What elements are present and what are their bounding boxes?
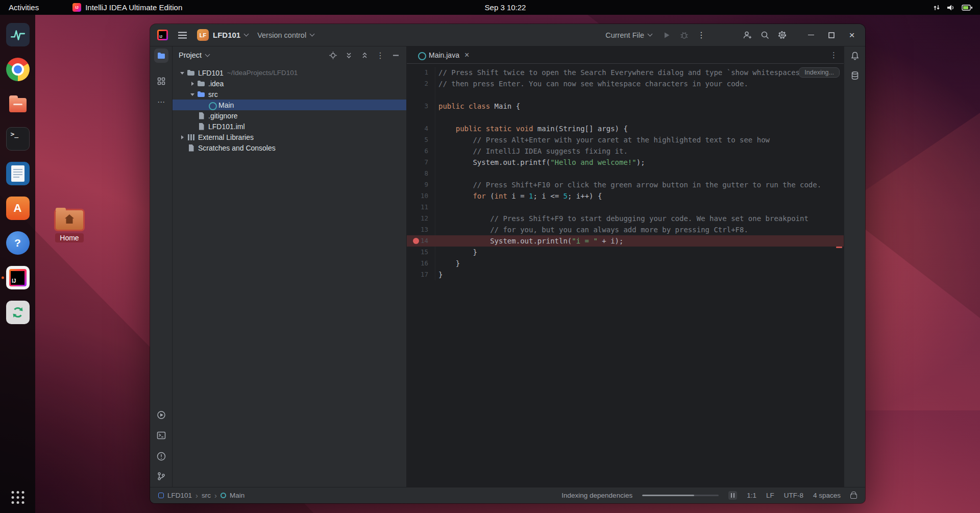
project-panel-header[interactable]: Project ⋮ [173, 46, 406, 64]
line-number[interactable]: 16 [407, 258, 435, 269]
database-tool-button[interactable] [848, 68, 862, 83]
line-number[interactable]: 9 [407, 179, 435, 190]
debug-button[interactable] [675, 28, 693, 43]
tree-item-lfd101-iml[interactable]: LFD101.iml [173, 121, 406, 132]
code-text[interactable]: } [435, 258, 460, 269]
code-text[interactable]: public static void main(String[] args) { [435, 123, 628, 134]
code-text[interactable]: // IntelliJ IDEA suggests fixing it. [435, 145, 628, 157]
collapse-all-icon[interactable] [360, 51, 369, 60]
line-number[interactable]: 5 [407, 134, 435, 145]
breadcrumb-src[interactable]: src [202, 492, 211, 499]
breakpoint-dot[interactable] [413, 238, 419, 244]
code-text[interactable] [435, 89, 438, 101]
minimize-button[interactable] [801, 28, 821, 43]
focused-app-indicator[interactable]: IJ IntelliJ IDEA Ultimate Edition [72, 3, 182, 12]
vcs-widget[interactable]: Version control [257, 31, 314, 39]
code-line-breakpoint[interactable]: 14 System.out.println("i = " + i); [407, 235, 844, 247]
code-line[interactable] [407, 112, 844, 123]
chrome-browser-dock-item[interactable] [6, 58, 30, 81]
code-with-me-button[interactable] [739, 28, 756, 43]
intellij-idea-dock-item[interactable]: IJ [6, 266, 30, 289]
code-line[interactable]: 4 public static void main(String[] args)… [407, 123, 844, 134]
code-text[interactable] [435, 112, 438, 123]
tree-item-external-libraries[interactable]: External Libraries [173, 132, 406, 142]
line-number[interactable]: 13 [407, 224, 435, 235]
more-tool-windows-icon[interactable]: ⋯ [154, 95, 168, 109]
code-line[interactable]: 17} [407, 269, 844, 280]
intellij-logo-icon[interactable]: IJ [157, 30, 168, 40]
line-number[interactable]: 17 [407, 269, 435, 280]
editor-tabs-more-icon[interactable]: ⋮ [830, 51, 838, 60]
line-number[interactable]: 1 [407, 67, 435, 78]
terminal-tool-button[interactable] [154, 428, 168, 443]
code-line[interactable]: 10 for (int i = 1; i <= 5; i++) { [407, 190, 844, 202]
code-text[interactable]: System.out.printf("Hello and welcome!"); [435, 157, 645, 168]
line-number[interactable]: 2 [407, 78, 435, 89]
panel-options-icon[interactable]: ⋮ [376, 51, 384, 60]
version-control-tool-button[interactable] [154, 469, 168, 483]
line-number[interactable] [407, 89, 435, 101]
run-button[interactable] [658, 28, 675, 43]
line-number[interactable]: 6 [407, 145, 435, 157]
code-line[interactable]: 8 [407, 168, 844, 179]
code-line[interactable]: 15 } [407, 247, 844, 258]
line-number[interactable]: 11 [407, 202, 435, 213]
code-line[interactable]: 7 System.out.printf("Hello and welcome!"… [407, 157, 844, 168]
code-text[interactable]: for (int i = 1; i <= 5; i++) { [435, 190, 602, 202]
code-editor[interactable]: 1// Press Shift twice to open the Search… [407, 64, 844, 487]
code-text[interactable]: } [435, 247, 477, 258]
code-line[interactable]: 13 // for you, but you can always add mo… [407, 224, 844, 235]
code-line[interactable] [407, 89, 844, 101]
help-dock-item[interactable]: ? [6, 231, 30, 255]
problems-tool-button[interactable] [154, 449, 168, 463]
chevron-down-icon[interactable] [178, 68, 186, 77]
clock[interactable]: Sep 3 10:22 [485, 3, 526, 12]
line-number[interactable] [407, 112, 435, 123]
search-everywhere-button[interactable] [756, 28, 773, 43]
code-text[interactable]: // Press Shift+F10 or click the green ar… [435, 179, 821, 190]
tree-item-gitignore[interactable]: .gitignore [173, 110, 406, 121]
indent-widget[interactable]: 4 spaces [813, 492, 841, 499]
encoding-widget[interactable]: UTF-8 [784, 492, 803, 499]
line-separator-widget[interactable]: LF [766, 492, 774, 499]
run-configuration-selector[interactable]: Current File [605, 31, 652, 39]
code-line[interactable]: 2// then press Enter. You can now see wh… [407, 78, 844, 89]
text-editor-dock-item[interactable] [6, 162, 30, 185]
code-text[interactable]: // Press Shift twice to open the Search … [435, 67, 808, 78]
code-text[interactable]: public class Main { [435, 101, 520, 112]
locate-file-icon[interactable] [329, 51, 337, 60]
structure-tool-button[interactable] [154, 74, 168, 88]
files-dock-item[interactable] [6, 92, 30, 116]
chevron-down-icon[interactable] [188, 90, 197, 99]
software-updater-dock-item[interactable] [6, 301, 30, 324]
main-menu-icon[interactable] [178, 35, 187, 36]
activities-button[interactable]: Activities [9, 3, 39, 12]
tree-item-main[interactable]: Main [173, 100, 406, 110]
editor-tab-main-java[interactable]: Main.java × [411, 46, 474, 63]
code-line[interactable]: 9 // Press Shift+F10 or click the green … [407, 179, 844, 190]
code-line[interactable]: 12 // Press Shift+F9 to start debugging … [407, 213, 844, 224]
tab-close-icon[interactable]: × [464, 51, 469, 59]
line-number[interactable]: 12 [407, 213, 435, 224]
run-tool-button[interactable] [154, 408, 168, 422]
code-text[interactable] [435, 202, 438, 213]
maximize-button[interactable] [821, 28, 842, 43]
error-stripe-breakpoint-mark[interactable] [836, 247, 842, 248]
code-text[interactable]: // Press Shift+F9 to start debugging you… [435, 213, 808, 224]
window-titlebar[interactable]: IJ LF LFD101 Version control Current Fil… [150, 24, 865, 46]
notifications-button[interactable] [848, 48, 862, 63]
app-center-dock-item[interactable]: A [6, 197, 30, 220]
project-tool-button[interactable] [154, 48, 168, 63]
code-text[interactable]: // Press Alt+Enter with your caret at th… [435, 134, 770, 145]
line-number[interactable]: 10 [407, 190, 435, 202]
tree-item-src[interactable]: src [173, 89, 406, 100]
terminal-dock-item[interactable]: >_ [6, 127, 30, 151]
tree-item-scratches-and-consoles[interactable]: Scratches and Consoles [173, 142, 406, 153]
battery-icon[interactable] [962, 4, 973, 11]
folder-icon[interactable] [56, 210, 83, 230]
hide-panel-icon[interactable] [391, 51, 400, 60]
breadcrumb-project[interactable]: LFD101 [167, 492, 192, 499]
system-monitor-dock-item[interactable] [6, 23, 30, 46]
chevron-right-icon[interactable] [178, 133, 186, 141]
code-text[interactable]: // then press Enter. You can now see whi… [435, 78, 748, 89]
